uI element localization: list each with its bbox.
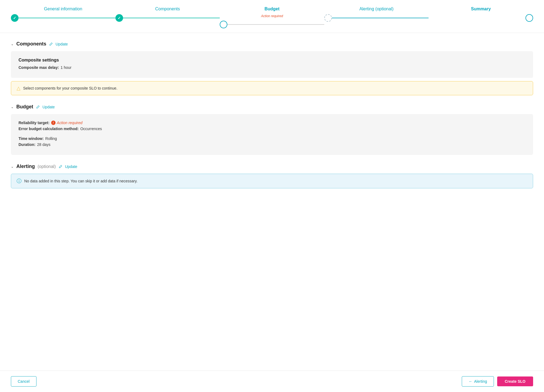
alerting-info-text: No data added in this step. You can skip…: [24, 179, 137, 183]
info-circle-icon: ⓘ: [17, 178, 22, 184]
alerting-section-title: Alerting: [16, 164, 35, 169]
step-general-information-circle: ✓: [11, 14, 19, 22]
step-alerting[interactable]: Alerting (optional): [324, 7, 429, 22]
time-window-label: Time window:: [19, 136, 44, 141]
components-section: ⌄ Components Update Composite settings C…: [11, 41, 533, 95]
step-summary-circle: [525, 14, 533, 22]
budget-update-link[interactable]: Update: [42, 105, 55, 109]
components-warning-text: Select components for your composite SLO…: [23, 86, 117, 90]
warning-triangle-icon: △: [17, 85, 20, 91]
time-window-row: Time window: Rolling: [19, 136, 525, 141]
reliability-target-row: Reliability target: ! Action required: [19, 121, 525, 125]
step-components-label: Components: [155, 7, 180, 11]
alerting-pencil-icon: [59, 165, 62, 169]
composite-max-delay-label: Composite max delay:: [19, 65, 59, 70]
components-section-header: ⌄ Components Update: [11, 41, 533, 47]
budget-card: Reliability target: ! Action required Er…: [11, 114, 533, 155]
alerting-optional-label: (optional): [38, 164, 56, 169]
line-1: [19, 18, 115, 18]
components-edit-icon[interactable]: [49, 42, 53, 46]
step-alerting-label: Alerting (optional): [359, 7, 393, 11]
step-summary-label: Summary: [471, 7, 491, 11]
cancel-button[interactable]: Cancel: [11, 376, 36, 387]
step-general-information-label: General information: [44, 7, 82, 11]
components-chevron-icon: ⌄: [11, 42, 14, 46]
error-budget-row: Error budget calculation method: Occurre…: [19, 127, 525, 131]
stepper: General information ✓ Components ✓ Budge…: [0, 0, 544, 33]
step-components[interactable]: Components ✓: [115, 7, 220, 22]
line-2: [123, 18, 220, 18]
back-button-label: Alerting: [474, 379, 487, 384]
composite-max-delay-row: Composite max delay: 1 hour: [19, 65, 525, 70]
step-summary[interactable]: Summary: [429, 7, 533, 22]
alerting-info-banner: ⓘ No data added in this step. You can sk…: [11, 174, 533, 188]
alerting-chevron-icon: ⌄: [11, 165, 14, 169]
reliability-target-label: Reliability target:: [19, 121, 50, 125]
alerting-section: ⌄ Alerting (optional) Update ⓘ No data a…: [11, 164, 533, 188]
components-section-title: Components: [16, 41, 46, 47]
budget-section-title: Budget: [16, 104, 33, 110]
components-update-link[interactable]: Update: [56, 42, 68, 46]
back-button[interactable]: ← Alerting: [462, 376, 494, 387]
budget-chevron-icon: ⌄: [11, 105, 14, 109]
line-4: [332, 18, 429, 18]
step-general-information[interactable]: General information ✓: [11, 7, 115, 22]
main-content: ⌄ Components Update Composite settings C…: [0, 33, 544, 370]
alerting-section-header: ⌄ Alerting (optional) Update: [11, 164, 533, 169]
alerting-edit-icon[interactable]: [59, 165, 62, 169]
budget-edit-icon[interactable]: [36, 105, 40, 109]
action-required-text: Action required: [57, 121, 82, 125]
error-budget-label: Error budget calculation method:: [19, 127, 79, 131]
duration-label: Duration:: [19, 142, 35, 147]
footer: Cancel ← Alerting Create SLO: [0, 370, 544, 392]
step-alerting-circle: [324, 14, 332, 22]
components-card: Composite settings Composite max delay: …: [11, 51, 533, 78]
step-budget-circle: [220, 21, 227, 28]
duration-value: 28 days: [37, 142, 50, 147]
line-3: [227, 24, 324, 25]
composite-max-delay-value: 1 hour: [61, 65, 72, 70]
step-budget-label: Budget: [264, 7, 279, 11]
back-arrow-icon: ←: [469, 379, 472, 384]
alerting-update-link[interactable]: Update: [65, 164, 77, 169]
create-slo-button[interactable]: Create SLO: [497, 376, 533, 386]
pencil-icon: [49, 42, 53, 46]
duration-row: Duration: 28 days: [19, 142, 525, 147]
time-window-value: Rolling: [45, 136, 57, 141]
step-budget[interactable]: Budget Action required: [220, 7, 324, 28]
step-budget-sublabel: Action required: [261, 14, 283, 18]
footer-right: ← Alerting Create SLO: [462, 376, 533, 387]
action-required-badge: ! Action required: [51, 121, 82, 125]
budget-pencil-icon: [36, 105, 40, 109]
action-required-icon: !: [51, 121, 56, 125]
budget-section-header: ⌄ Budget Update: [11, 104, 533, 110]
error-budget-value: Occurrences: [80, 127, 102, 131]
budget-section: ⌄ Budget Update Reliability target: ! Ac…: [11, 104, 533, 155]
step-components-circle: ✓: [115, 14, 123, 22]
composite-settings-title: Composite settings: [19, 58, 525, 63]
components-warning-banner: △ Select components for your composite S…: [11, 81, 533, 95]
